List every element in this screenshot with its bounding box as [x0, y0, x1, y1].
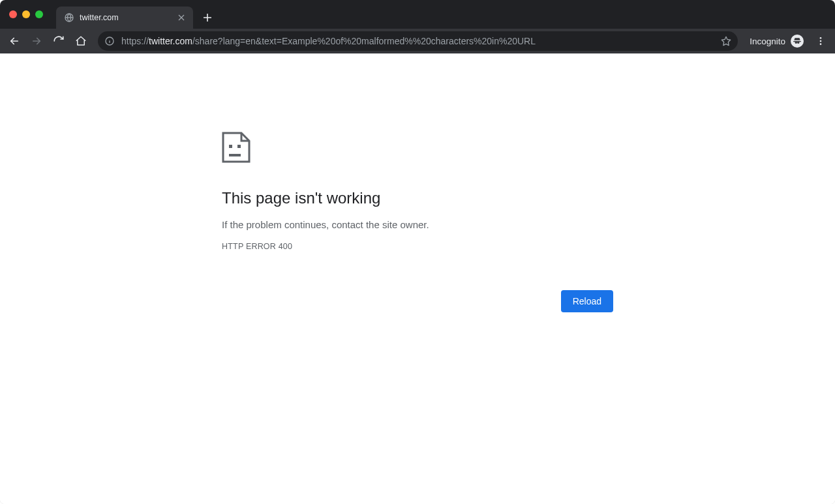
incognito-icon — [791, 35, 804, 48]
browser-tab[interactable]: twitter.com — [56, 7, 193, 29]
incognito-label: Incognito — [750, 37, 785, 46]
error-message: If the problem continues, contact the si… — [222, 219, 613, 230]
window-zoom-button[interactable] — [35, 10, 43, 18]
url-path: /share?lang=en&text=Example%20of%20malfo… — [192, 36, 536, 46]
svg-point-4 — [820, 37, 822, 39]
sad-page-icon — [222, 132, 613, 163]
address-bar[interactable]: https://twitter.com/share?lang=en&text=E… — [98, 31, 738, 51]
menu-button[interactable] — [812, 32, 830, 50]
error-page: This page isn't working If the problem c… — [222, 132, 613, 312]
toolbar: https://twitter.com/share?lang=en&text=E… — [0, 29, 835, 53]
close-tab-button[interactable] — [176, 12, 187, 23]
incognito-indicator[interactable]: Incognito — [746, 35, 808, 48]
reload-button[interactable] — [50, 32, 68, 50]
globe-icon — [64, 12, 74, 23]
home-button[interactable] — [72, 32, 90, 50]
new-tab-button[interactable] — [198, 8, 217, 27]
svg-rect-9 — [229, 154, 241, 156]
browser-window: twitter.com — [0, 0, 835, 504]
window-minimize-button[interactable] — [22, 10, 30, 18]
reload-page-button[interactable]: Reload — [561, 290, 613, 312]
svg-point-6 — [820, 43, 822, 45]
tab-title: twitter.com — [80, 13, 171, 22]
bookmark-star-icon[interactable] — [721, 36, 731, 46]
window-controls — [7, 0, 47, 29]
svg-rect-7 — [229, 145, 232, 148]
back-button[interactable] — [5, 32, 23, 50]
page-content: This page isn't working If the problem c… — [0, 53, 835, 504]
site-info-icon[interactable] — [104, 36, 115, 46]
url-scheme: https:// — [121, 36, 149, 46]
titlebar: twitter.com — [0, 0, 835, 29]
error-code: HTTP ERROR 400 — [222, 242, 613, 251]
window-close-button[interactable] — [9, 10, 17, 18]
error-title: This page isn't working — [222, 189, 613, 207]
tab-strip: twitter.com — [56, 0, 217, 29]
url-host: twitter.com — [149, 36, 192, 46]
forward-button[interactable] — [27, 32, 46, 50]
svg-point-5 — [820, 40, 822, 42]
svg-rect-8 — [237, 145, 241, 148]
url-text: https://twitter.com/share?lang=en&text=E… — [121, 36, 714, 46]
